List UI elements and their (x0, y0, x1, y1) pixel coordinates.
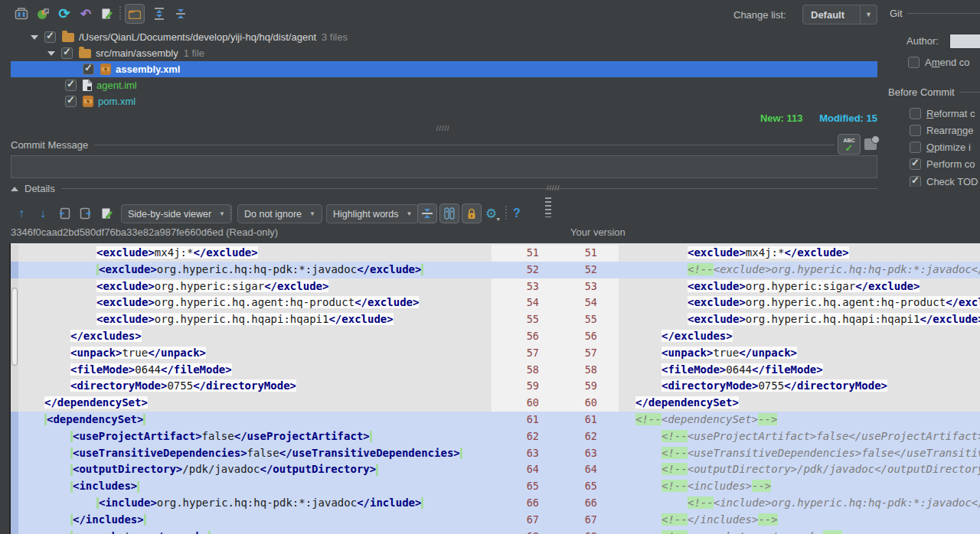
xml-file-icon (83, 96, 93, 107)
reformat-checkbox-row[interactable]: ✓ Reformat c (910, 108, 975, 119)
check-todo-label: Check TOD (926, 176, 978, 187)
file-checkbox[interactable]: ✓ (83, 63, 94, 75)
file-checkbox[interactable]: ✓ (44, 31, 56, 43)
author-label: Author: (906, 35, 939, 47)
rollback-icon[interactable]: ↶ (77, 5, 95, 22)
tree-row-assembly-xml[interactable]: ✓ assembly.xml (11, 61, 877, 77)
tree-row-pom-xml[interactable]: ✓ pom.xml (11, 93, 877, 109)
next-file-icon[interactable] (77, 205, 95, 222)
previous-file-icon[interactable] (55, 205, 74, 222)
diff-toolbar: ↑ ↓ Side-by-side viewer ▼ Do not ignore … (0, 201, 980, 226)
diff-row: <useTransitiveDependencies>false</useTra… (11, 445, 980, 462)
collapse-arrow-icon[interactable] (31, 35, 38, 40)
collapse-arrow-icon[interactable] (47, 51, 55, 56)
diff-row: </includes>6767<!--</includes>--> (11, 512, 980, 529)
folder-icon (79, 49, 91, 58)
folder-icon (62, 33, 74, 42)
previous-difference-icon[interactable]: ↑ (12, 205, 31, 222)
check-todo-checkbox-row[interactable]: ✓ Check TOD (910, 176, 978, 187)
changelist-select[interactable]: Default ▼ (802, 5, 877, 24)
amend-commit-checkbox-row[interactable]: ✓ Amend co (908, 57, 970, 68)
lock-icon[interactable] (462, 204, 482, 223)
optimize-imports-checkbox[interactable]: ✓ (910, 142, 921, 153)
tree-path: /Users/QianL/Documents/develop/yiji-hq/h… (79, 31, 316, 43)
highlight-policy-select[interactable]: Highlight words ▼ (326, 204, 419, 223)
vertical-scrollbar-thumb[interactable] (11, 288, 18, 366)
chevron-down-icon: ▼ (309, 210, 315, 217)
diff-row: <fileMode>0644</fileMode>5858<fileMode>0… (11, 362, 980, 379)
diff-splitter-grip[interactable] (545, 197, 551, 217)
rearrange-checkbox[interactable]: ✓ (910, 125, 921, 136)
diff-row: <useProjectArtifact>false</useProjectArt… (11, 428, 980, 445)
git-options-panel: Git Author: ✓ Amend co Before Commit ✓ R… (888, 0, 980, 187)
toolbar-separator (119, 6, 121, 21)
check-todo-checkbox[interactable]: ✓ (910, 176, 921, 187)
perform-code-analysis-label: Perform co (926, 158, 975, 170)
tree-row-root-folder[interactable]: ✓ /Users/QianL/Documents/develop/yiji-hq… (11, 29, 877, 45)
ignore-policy-select[interactable]: Do not ignore ▼ (237, 204, 322, 223)
file-checkbox[interactable]: ✓ (65, 80, 77, 91)
changelist-value: Default (803, 9, 852, 21)
modified-count: Modified: 15 (819, 112, 877, 124)
diff-row: <exclude>org.hyperic.hq.hqapi:hqapi1</ex… (11, 311, 980, 328)
collapse-all-icon[interactable] (172, 5, 190, 22)
diff-row: <exclude>org.hyperic.hq.agent:hq-product… (11, 295, 980, 311)
splitter-grip[interactable]: ///// (547, 184, 560, 192)
diff-row: <outputDirectory>/pdk/javadoc</outputDir… (11, 461, 980, 478)
group-by-directory-icon[interactable] (125, 4, 145, 24)
commit-message-input[interactable] (11, 155, 877, 178)
module-file-icon (83, 80, 92, 91)
rearrange-checkbox-row[interactable]: ✓ Rearrange (910, 125, 973, 136)
refresh-icon[interactable]: ⟳ (55, 5, 74, 22)
main-toolbar: ⟳ ↶ Change list: Default ▼ (0, 0, 980, 28)
move-to-changelist-icon[interactable] (34, 5, 52, 22)
help-icon[interactable]: ? (513, 207, 521, 220)
perform-code-analysis-checkbox-row[interactable]: ✓ Perform co (910, 158, 975, 170)
chevron-down-icon: ▼ (406, 210, 412, 217)
optimize-imports-label: Optimize i (926, 142, 971, 153)
divider (907, 13, 980, 14)
reformat-checkbox[interactable]: ✓ (910, 108, 921, 119)
file-checkbox[interactable]: ✓ (65, 96, 77, 107)
synchronize-scrolling-icon[interactable] (439, 204, 459, 223)
perform-code-analysis-checkbox[interactable]: ✓ (910, 158, 921, 170)
show-diff-icon[interactable] (12, 5, 31, 22)
author-input[interactable] (949, 34, 980, 49)
details-toggle[interactable]: Details (11, 183, 877, 194)
spellcheck-button[interactable]: ABC ✓ (838, 134, 861, 155)
commit-history-icon[interactable] (864, 138, 877, 150)
tree-path: src/main/assembly (96, 47, 178, 59)
tree-row-agent-iml[interactable]: ✓ agent.iml (11, 77, 877, 93)
chevron-down-icon: ▼ (219, 210, 225, 217)
changelist-label: Change list: (733, 9, 786, 21)
collapse-up-icon (11, 187, 18, 191)
splitter-grip[interactable]: ///// (436, 125, 450, 132)
gear-icon[interactable]: ⚙▼ (484, 205, 502, 222)
diff-row: <include>org.hyperic.hq:hq-pdk:*:javadoc… (11, 495, 980, 512)
optimize-imports-checkbox-row[interactable]: ✓ Optimize i (910, 142, 971, 153)
jump-to-source-icon[interactable] (98, 205, 116, 222)
rearrange-label: Rearrange (926, 125, 973, 136)
file-name: assembly.xml (116, 63, 180, 75)
commit-message-label: Commit Message (11, 139, 88, 151)
check-icon: ✓ (845, 144, 854, 152)
diff-row: <unpack>true</unpack>6868<!--<unpack>tru… (11, 529, 980, 534)
commit-changes-dialog: ⟳ ↶ Change list: Default ▼ Git (0, 0, 980, 534)
amend-checkbox[interactable]: ✓ (908, 57, 920, 68)
diff-row: <includes>6565<!--<includes>--> (11, 478, 980, 495)
file-checkbox[interactable]: ✓ (61, 47, 73, 59)
edit-source-icon[interactable] (98, 5, 116, 22)
divider (61, 188, 877, 189)
expand-all-icon[interactable] (150, 5, 168, 22)
tree-row-assembly-folder[interactable]: ✓ src/main/assembly 1 file (11, 45, 877, 61)
next-difference-icon[interactable]: ↓ (34, 205, 52, 222)
viewer-type-select[interactable]: Side-by-side viewer ▼ (121, 204, 232, 223)
collapse-unchanged-icon[interactable] (417, 204, 437, 223)
amend-label: Amend co (925, 57, 970, 68)
file-name: agent.iml (96, 80, 137, 91)
diff-row: <exclude>org.hyperic.hq:hq-pdk:*:javadoc… (11, 262, 980, 278)
divider (959, 92, 980, 93)
divider (94, 145, 835, 145)
diff-row: <exclude>mx4j:*</exclude>5151<exclude>mx… (11, 245, 980, 262)
viewer-type-value: Side-by-side viewer (122, 209, 217, 220)
